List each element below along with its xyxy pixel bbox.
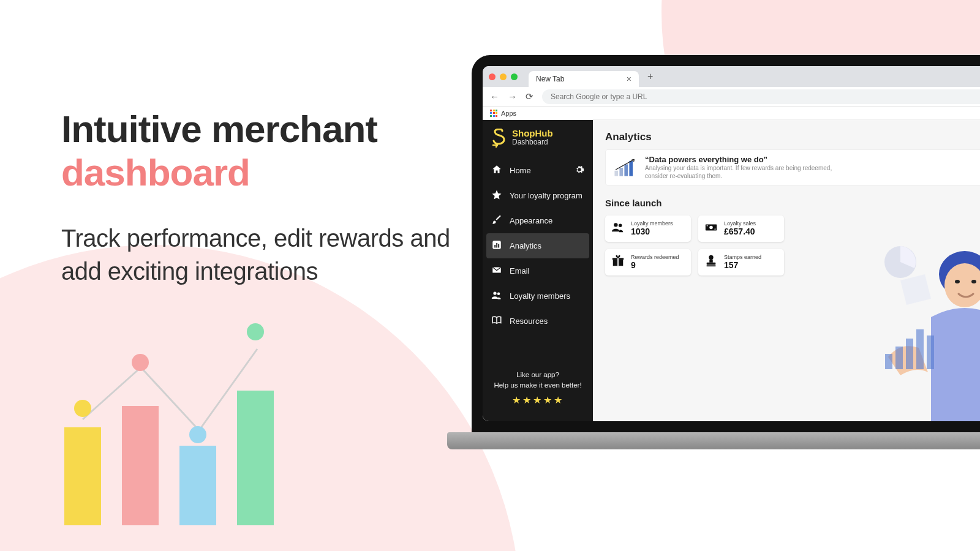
cash-icon: [704, 220, 718, 237]
stat-value: 157: [724, 260, 761, 270]
address-bar[interactable]: [542, 89, 980, 104]
hero-title-line1: Intuitive merchant: [61, 108, 377, 150]
browser-tab-title: New Tab: [536, 75, 564, 83]
svg-point-5: [497, 293, 500, 296]
svg-point-24: [955, 280, 960, 283]
stat-value: £657.40: [724, 227, 756, 236]
rating-prompt[interactable]: Like our app? Help us make it even bette…: [483, 360, 593, 422]
hero-title-line2: dashboard: [61, 151, 250, 193]
bookmarks-bar: Apps: [483, 107, 980, 120]
apps-icon[interactable]: [490, 110, 497, 117]
close-tab-icon[interactable]: ×: [627, 75, 631, 83]
stat-label: Loyalty members: [631, 221, 673, 227]
hero-subtitle: Track performance, edit rewards and add …: [61, 222, 459, 288]
browser-tab-bar: New Tab × +: [483, 66, 980, 87]
svg-point-15: [715, 228, 716, 230]
svg-point-10: [614, 223, 617, 227]
analytics-person-illustration: [827, 225, 980, 421]
svg-rect-8: [624, 164, 628, 176]
sidebar-item-label: Appearance: [510, 216, 552, 225]
mail-icon: [491, 264, 502, 277]
svg-rect-21: [707, 265, 716, 266]
sidebar-item-label: Resources: [510, 317, 548, 326]
window-traffic-lights: [489, 73, 518, 80]
main-content: Analytics “Data powers everything we do”: [593, 120, 980, 421]
chart-icon: [491, 239, 502, 252]
gift-icon: [611, 254, 625, 271]
sidebar-item-label: Your loyalty program: [510, 191, 582, 200]
svg-point-19: [709, 255, 713, 260]
brush-icon: [491, 214, 502, 227]
sidebar-item-label: Email: [510, 266, 530, 276]
svg-rect-7: [619, 168, 623, 176]
svg-rect-29: [906, 339, 913, 369]
rating-stars-icon: ★★★★★: [490, 393, 586, 408]
hero-text: Intuitive merchant dashboard Track perfo…: [61, 107, 459, 288]
growth-chart-icon: [613, 157, 638, 178]
svg-rect-3: [498, 244, 499, 248]
gear-icon[interactable]: [575, 165, 584, 176]
insight-quote-body: Analysing your data is important. If few…: [645, 164, 835, 180]
book-icon: [491, 315, 502, 328]
svg-rect-20: [707, 263, 716, 265]
forward-icon[interactable]: →: [508, 91, 517, 102]
page-title: Analytics: [605, 131, 980, 143]
stat-value: 9: [631, 260, 679, 270]
members-icon: [491, 290, 502, 302]
stat-label: Rewards redeemed: [631, 255, 679, 261]
svg-point-13: [709, 226, 713, 230]
svg-rect-9: [629, 160, 633, 176]
svg-point-14: [707, 225, 708, 227]
bookmarks-apps-label[interactable]: Apps: [501, 110, 516, 117]
decorative-chart-icon: [64, 366, 274, 525]
svg-point-11: [619, 224, 622, 228]
back-icon[interactable]: ←: [490, 91, 499, 102]
browser-toolbar: ← → ⟳: [483, 87, 980, 107]
laptop-base: [447, 432, 980, 449]
svg-rect-1: [494, 245, 496, 248]
svg-rect-27: [885, 354, 892, 369]
svg-rect-28: [895, 347, 903, 369]
new-tab-button[interactable]: +: [643, 69, 658, 84]
brand-sub: Dashboard: [512, 138, 553, 146]
rating-line2: Help us make it even better!: [490, 380, 586, 391]
stat-card-loyalty-members: Loyalty members 1030: [605, 216, 691, 242]
stat-card-rewards-redeemed: Rewards redeemed 9: [605, 249, 691, 276]
stamp-icon: [704, 254, 718, 271]
people-icon: [611, 220, 625, 237]
stat-label: Loyalty sales: [724, 221, 756, 227]
sidebar-item-loyalty-members[interactable]: Loyalty members: [483, 283, 593, 309]
svg-rect-18: [617, 258, 619, 266]
browser-tab[interactable]: New Tab ×: [529, 71, 639, 87]
maximize-window-icon[interactable]: [511, 73, 518, 80]
sidebar-item-resources[interactable]: Resources: [483, 309, 593, 334]
stat-value: 1030: [631, 227, 673, 236]
insight-banner: “Data powers everything we do” Analysing…: [605, 149, 980, 186]
brand-name: ShopHub: [512, 129, 553, 138]
sidebar-item-email[interactable]: Email: [483, 258, 593, 283]
sidebar-item-home[interactable]: Home: [483, 158, 593, 183]
star-icon: [491, 189, 502, 202]
insight-quote-title: “Data powers everything we do”: [645, 155, 835, 164]
sidebar: ShopHub Dashboard Home: [483, 120, 593, 421]
minimize-window-icon[interactable]: [500, 73, 507, 80]
sidebar-item-appearance[interactable]: Appearance: [483, 208, 593, 233]
svg-rect-30: [916, 329, 924, 369]
svg-rect-31: [927, 335, 934, 369]
sidebar-item-label: Analytics: [510, 241, 541, 250]
close-window-icon[interactable]: [489, 73, 496, 80]
reload-icon[interactable]: ⟳: [526, 91, 533, 102]
stat-label: Stamps earned: [724, 255, 761, 261]
laptop-mockup: New Tab × + ← → ⟳ Apps: [472, 55, 980, 449]
stat-card-loyalty-sales: Loyalty sales £657.40: [698, 216, 784, 242]
rating-line1: Like our app?: [490, 370, 586, 380]
section-heading: Since launch: [605, 198, 980, 208]
sidebar-item-loyalty-program[interactable]: Your loyalty program: [483, 183, 593, 208]
home-icon: [491, 164, 502, 177]
sidebar-item-analytics[interactable]: Analytics: [486, 233, 589, 258]
stat-card-stamps-earned: Stamps earned 157: [698, 249, 784, 276]
sidebar-item-label: Loyalty members: [510, 291, 570, 301]
sidebar-item-label: Home: [510, 166, 531, 175]
svg-rect-6: [614, 170, 618, 176]
brand-mark-icon: [491, 129, 507, 148]
